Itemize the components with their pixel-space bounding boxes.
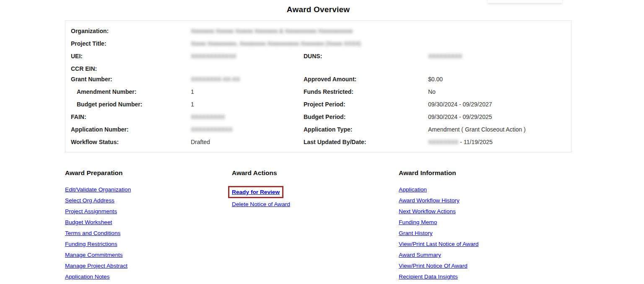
last-updated-date: - 11/19/2025 <box>458 139 492 145</box>
link-view-print-notice-of-award[interactable]: View/Print Notice Of Award <box>399 263 467 269</box>
ccr-ein-value <box>191 64 304 65</box>
link-manage-project-abstract[interactable]: Manage Project Abstract <box>65 263 127 269</box>
application-type-label: Application Type: <box>304 124 428 134</box>
amendment-number-label: Amendment Number: <box>71 87 191 96</box>
row-workflow-status: Workflow Status: Drafted Last Updated By… <box>71 137 571 150</box>
budget-period-number-label: Budget period Number: <box>71 99 191 108</box>
funds-restricted-value: No <box>428 87 571 96</box>
redacted-text: XXXXXXXXX <box>428 53 462 59</box>
link-ready-for-review[interactable]: Ready for Review <box>232 189 280 195</box>
link-delete-notice-of-award[interactable]: Delete Notice of Award <box>232 201 290 208</box>
ccr-ein-label: CCR EIN: <box>71 64 191 73</box>
link-edit-validate-organization[interactable]: Edit/Validate Organization <box>65 186 131 193</box>
link-terms-and-conditions[interactable]: Terms and Conditions <box>65 230 120 237</box>
redacted-text: Xxxxx Xxxxxxxxxx, Xxxxxxxxx Xxxxxxxxxxx … <box>191 40 361 47</box>
main-content: Award Overview Organization: Xxxxxxxx Xx… <box>65 0 571 284</box>
row-budget-period-number: Budget period Number: 1 Project Period: … <box>71 99 571 112</box>
workflow-status-value: Drafted <box>191 137 304 146</box>
organization-label: Organization: <box>71 26 191 35</box>
link-application[interactable]: Application <box>399 186 427 193</box>
budget-period-value: 09/30/2024 - 09/29/2025 <box>428 112 571 121</box>
link-select-org-address[interactable]: Select Org Address <box>65 197 114 204</box>
application-number-label: Application Number: <box>71 124 191 134</box>
funds-restricted-label: Funds Restricted: <box>304 87 428 96</box>
last-updated-value: XXXXXXXX - 11/19/2025 <box>428 137 571 146</box>
action-sections: Award Preparation Edit/Validate Organiza… <box>65 169 571 284</box>
redacted-text: XXXXXXXXX <box>191 114 225 120</box>
project-title-label: Project Title: <box>71 39 191 48</box>
application-type-value: Amendment ( Grant Closeout Action ) <box>428 124 571 134</box>
link-budget-worksheet[interactable]: Budget Worksheet <box>65 219 112 226</box>
row-fain: FAIN: XXXXXXXXX Budget Period: 09/30/202… <box>71 112 571 124</box>
fain-value: XXXXXXXXX <box>191 112 304 121</box>
award-actions-section: Award Actions Ready for Review Delete No… <box>232 169 399 284</box>
grant-number-label: Grant Number: <box>71 74 191 83</box>
duns-label: DUNS: <box>304 51 428 60</box>
award-preparation-links: Edit/Validate Organization Select Org Ad… <box>65 186 232 280</box>
uei-value: XXXXXXXXXXXX <box>191 51 304 60</box>
approved-amount-value: $0.00 <box>428 74 571 83</box>
link-recipient-data-insights[interactable]: Recipient Data Insights <box>399 274 458 280</box>
redacted-text: XXXXXXXXXXX <box>191 126 232 133</box>
amendment-number-value: 1 <box>191 87 304 96</box>
award-information-links: Application Award Workflow History Next … <box>399 186 571 280</box>
page-title: Award Overview <box>65 0 571 14</box>
redacted-text: XXXXXXXX-XX-XX <box>191 76 240 83</box>
last-updated-label: Last Updated By/Date: <box>304 137 428 146</box>
link-funding-restrictions[interactable]: Funding Restrictions <box>65 241 117 248</box>
award-information-section: Award Information Application Award Work… <box>399 169 571 284</box>
link-next-workflow-actions[interactable]: Next Workflow Actions <box>399 208 456 215</box>
grant-number-value: XXXXXXXX-XX-XX <box>191 74 304 83</box>
link-manage-commitments[interactable]: Manage Commitments <box>65 252 123 258</box>
row-organization: Organization: Xxxxxxxx Xxxxxx Xxxxxx Xxx… <box>71 26 571 39</box>
duns-value: XXXXXXXXX <box>428 51 571 60</box>
link-view-print-last-notice-of-award[interactable]: View/Print Last Notice of Award <box>399 241 478 248</box>
row-project-title: Project Title: Xxxxx Xxxxxxxxxx, Xxxxxxx… <box>71 39 571 51</box>
award-actions-heading: Award Actions <box>232 169 399 177</box>
row-ccr-ein: CCR EIN: <box>71 64 571 74</box>
organization-value: Xxxxxxxx Xxxxxx Xxxxxx Xxxxxxxx & Xxxxxx… <box>191 26 571 35</box>
link-application-notes[interactable]: Application Notes <box>65 274 110 280</box>
link-award-workflow-history[interactable]: Award Workflow History <box>399 197 460 204</box>
application-number-value: XXXXXXXXXXX <box>191 124 304 134</box>
link-project-assignments[interactable]: Project Assignments <box>65 208 117 215</box>
approved-amount-label: Approved Amount: <box>304 74 428 83</box>
row-application-number: Application Number: XXXXXXXXXXX Applicat… <box>71 124 571 137</box>
award-info-panel: Organization: Xxxxxxxx Xxxxxx Xxxxxx Xxx… <box>65 21 571 152</box>
empty-label <box>304 64 428 65</box>
redacted-text: XXXXXXXX <box>428 139 458 145</box>
row-grant-number: Grant Number: XXXXXXXX-XX-XX Approved Am… <box>71 74 571 87</box>
workflow-status-label: Workflow Status: <box>71 137 191 146</box>
empty-value <box>428 64 571 65</box>
budget-period-label: Budget Period: <box>304 112 428 121</box>
award-information-heading: Award Information <box>399 169 571 177</box>
fain-label: FAIN: <box>71 112 191 121</box>
award-preparation-section: Award Preparation Edit/Validate Organiza… <box>65 169 232 284</box>
award-preparation-heading: Award Preparation <box>65 169 232 177</box>
row-amendment-number: Amendment Number: 1 Funds Restricted: No <box>71 87 571 99</box>
project-period-label: Project Period: <box>304 99 428 108</box>
project-title-value: Xxxxx Xxxxxxxxxx, Xxxxxxxxx Xxxxxxxxxxx … <box>191 39 571 48</box>
row-uei-duns: UEI: XXXXXXXXXXXX DUNS: XXXXXXXXX <box>71 51 571 64</box>
ready-for-review-highlight-box: Ready for Review <box>228 186 283 198</box>
project-period-value: 09/30/2024 - 09/29/2027 <box>428 99 571 108</box>
redacted-text: XXXXXXXXXXXX <box>191 53 236 59</box>
budget-period-number-value: 1 <box>191 99 304 108</box>
link-award-summary[interactable]: Award Summary <box>399 252 441 258</box>
link-grant-history[interactable]: Grant History <box>399 230 433 237</box>
link-funding-memo[interactable]: Funding Memo <box>399 219 437 226</box>
award-actions-links: Ready for Review Delete Notice of Award <box>232 186 399 208</box>
uei-label: UEI: <box>71 51 191 60</box>
redacted-text: Xxxxxxxx Xxxxxx Xxxxxx Xxxxxxxx & Xxxxxx… <box>191 28 353 34</box>
